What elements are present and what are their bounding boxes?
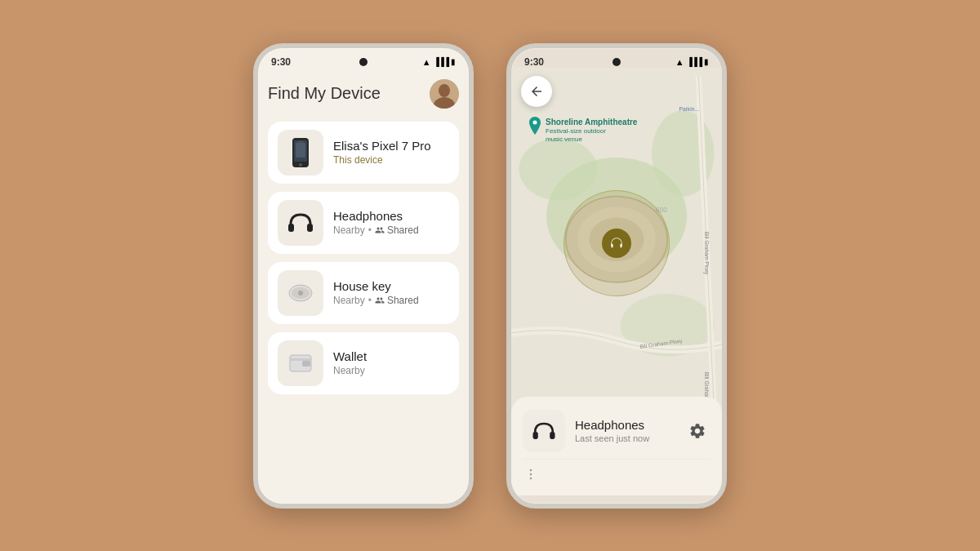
settings-button[interactable] [684,418,710,444]
device-map-marker [564,190,670,296]
device-info-key: House key Nearby • Shared [333,279,449,306]
svg-rect-30 [533,431,538,438]
wifi-icon: ▲ [422,57,431,67]
signal-icon2: ▐▐▐ [687,57,702,66]
signal-icon: ▐▐▐ [434,57,448,66]
bottom-card-info: Headphones Last seen just now [575,418,675,443]
key-nearby: Nearby [333,295,365,306]
phone2-time: 9:30 [524,56,544,68]
headphones-shared-badge: Shared [375,224,419,236]
venue-name: Shoreline Amphitheatre [546,117,637,127]
device-name-pixel: Elisa's Pixel 7 Pro [333,139,449,153]
venue-pin-icon [528,117,542,135]
phone1-status-bar: 9:30 ▲ ▐▐▐ ▮ [258,48,469,68]
device-item-wallet[interactable]: Wallet Nearby [268,332,459,394]
phone2: 9:30 ▲ ▐▐▐ ▮ [506,43,727,509]
battery-icon: ▮ [451,57,456,66]
svg-point-29 [533,120,537,124]
phone1: 9:30 ▲ ▐▐▐ ▮ Find My Device [253,43,474,509]
svg-rect-31 [550,431,555,438]
device-icon-headphones [278,200,323,246]
bottom-headphones-icon [529,416,559,446]
svg-rect-5 [296,143,305,158]
svg-rect-8 [288,224,294,232]
device-name-headphones: Headphones [333,209,449,223]
more-options-icon [523,466,539,482]
svg-rect-14 [290,358,311,361]
headphones-shared-label: Shared [387,224,419,236]
svg-text:Parkin...: Parkin... [679,105,699,111]
map-screen: Bill Graham Pkwy Bill Graham Pkwy Bill G… [511,68,722,495]
bottom-card-inner: Headphones Last seen just now [523,410,710,452]
back-arrow-icon [529,84,544,99]
device-info-wallet: Wallet Nearby [333,349,449,376]
device-list-screen: Find My Device El [258,79,469,394]
device-icon-phone [278,130,323,176]
device-info-pixel: Elisa's Pixel 7 Pro This device [333,139,449,166]
bottom-card-icon [523,410,565,452]
phone1-time: 9:30 [271,56,291,68]
bottom-card-second-item [523,459,710,482]
sep2: • [368,295,372,306]
device-item-pixel[interactable]: Elisa's Pixel 7 Pro This device [268,122,459,184]
phone2-camera [612,58,621,66]
venue-label: Shoreline Amphitheatre Festival-size out… [528,117,637,144]
device-info-headphones: Headphones Nearby • Shared [333,209,449,236]
phone2-status-bar: 9:30 ▲ ▐▐▐ ▮ [511,48,722,68]
key-shared-badge: Shared [375,295,419,306]
device-name-wallet: Wallet [333,349,449,363]
device-name-key: House key [333,279,449,293]
shared-icon [375,225,385,235]
svg-rect-15 [302,361,310,367]
device-status-key: Nearby • Shared [333,295,449,306]
venue-subtitle: Festival-size outdoor music venue [546,127,637,144]
back-button[interactable] [521,76,552,107]
phone2-status-icons: ▲ ▐▐▐ ▮ [675,57,709,67]
bottom-card-last-seen: Last seen just now [575,433,675,443]
wifi-icon2: ▲ [675,57,684,67]
device-icon-wallet [278,340,323,386]
device-item-headphones[interactable]: Headphones Nearby • Shared [268,192,459,254]
accuracy-circle [564,190,670,296]
device-icon-key [278,270,323,316]
venue-text: Shoreline Amphitheatre Festival-size out… [546,117,637,144]
phone1-status-icons: ▲ ▐▐▐ ▮ [422,57,456,67]
phone1-camera [359,58,368,66]
bottom-device-card: Headphones Last seen just now [511,397,722,495]
headphones-dot-icon [609,236,624,251]
headphones-map-dot [602,229,631,258]
svg-text:Bill Graham Pkwy: Bill Graham Pkwy [703,231,710,274]
svg-point-6 [299,163,302,167]
gear-icon [688,422,706,440]
device-status-wallet: Nearby [333,365,449,376]
svg-rect-9 [307,224,313,232]
user-avatar[interactable] [430,79,459,109]
sep1: • [368,224,372,236]
fmd-header: Find My Device [268,79,459,109]
key-shared-label: Shared [387,295,419,306]
svg-point-12 [298,291,303,295]
svg-point-1 [439,84,450,97]
device-status-pixel: This device [333,154,449,166]
battery-icon2: ▮ [704,57,709,66]
fmd-title: Find My Device [268,84,381,103]
svg-rect-7 [297,141,304,143]
shared-icon2 [375,295,385,305]
device-status-headphones: Nearby • Shared [333,224,449,236]
headphones-nearby: Nearby [333,224,365,236]
map-background: Bill Graham Pkwy Bill Graham Pkwy Bill G… [511,68,722,419]
device-item-key[interactable]: House key Nearby • Shared [268,262,459,324]
bottom-card-device-name: Headphones [575,418,675,432]
